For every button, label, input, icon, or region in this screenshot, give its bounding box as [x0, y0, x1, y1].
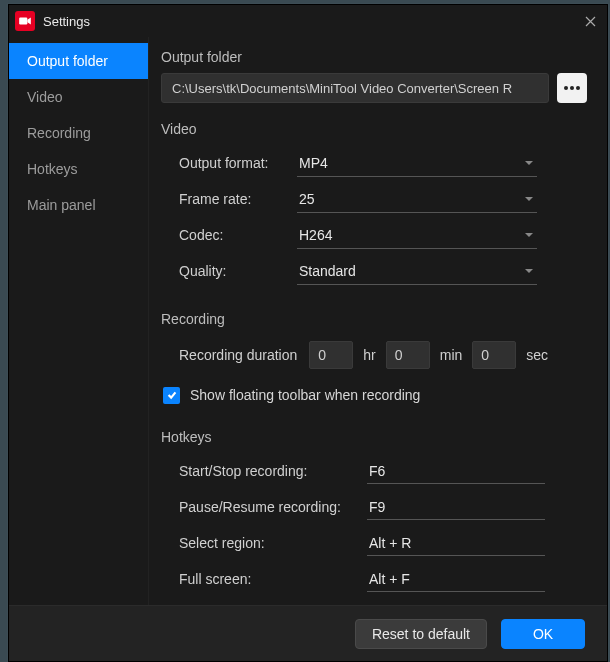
output-folder-row: [161, 73, 587, 103]
recording-duration-row: Recording duration hr min sec: [161, 335, 587, 375]
output-format-row: Output format: MP4: [161, 145, 587, 181]
content-pane: Output folder Video Output format: MP4 F…: [149, 37, 607, 605]
close-button[interactable]: [573, 5, 607, 37]
reset-button[interactable]: Reset to default: [355, 619, 487, 649]
sidebar-item-hotkeys[interactable]: Hotkeys: [9, 151, 148, 187]
hotkey-select-region-label: Select region:: [179, 535, 367, 551]
hotkey-full-screen-field[interactable]: Alt + F: [367, 566, 545, 592]
video-heading: Video: [161, 121, 587, 137]
duration-sec-input[interactable]: [472, 341, 516, 369]
hotkey-pause-resume-row: Pause/Resume recording: F9: [161, 489, 587, 525]
hotkey-pause-resume-field[interactable]: F9: [367, 494, 545, 520]
close-icon: [585, 16, 596, 27]
hotkey-start-stop-row: Start/Stop recording: F6: [161, 453, 587, 489]
duration-min-input[interactable]: [386, 341, 430, 369]
unit-hr: hr: [363, 347, 375, 363]
show-toolbar-row: Show floating toolbar when recording: [161, 379, 587, 411]
chevron-down-icon: [525, 197, 533, 201]
frame-rate-select[interactable]: 25: [297, 185, 537, 213]
ok-button[interactable]: OK: [501, 619, 585, 649]
hotkey-full-screen-row: Full screen: Alt + F: [161, 561, 587, 597]
body: Output folder Video Recording Hotkeys Ma…: [9, 37, 607, 605]
output-format-value: MP4: [299, 155, 328, 171]
chevron-down-icon: [525, 233, 533, 237]
window-title: Settings: [43, 14, 573, 29]
sidebar-item-video[interactable]: Video: [9, 79, 148, 115]
recording-heading: Recording: [161, 311, 587, 327]
codec-value: H264: [299, 227, 332, 243]
show-toolbar-label: Show floating toolbar when recording: [190, 387, 420, 403]
titlebar: Settings: [9, 5, 607, 37]
sidebar: Output folder Video Recording Hotkeys Ma…: [9, 37, 149, 605]
chevron-down-icon: [525, 269, 533, 273]
hotkeys-heading: Hotkeys: [161, 429, 587, 445]
output-format-select[interactable]: MP4: [297, 149, 537, 177]
check-icon: [166, 389, 178, 401]
svg-rect-0: [19, 18, 27, 25]
frame-rate-row: Frame rate: 25: [161, 181, 587, 217]
output-format-label: Output format:: [179, 155, 297, 171]
output-folder-heading: Output folder: [161, 49, 587, 65]
duration-hr-input[interactable]: [309, 341, 353, 369]
output-folder-input[interactable]: [161, 73, 549, 103]
show-toolbar-checkbox[interactable]: [163, 387, 180, 404]
hotkey-pause-resume-label: Pause/Resume recording:: [179, 499, 367, 515]
hotkey-select-region-row: Select region: Alt + R: [161, 525, 587, 561]
ellipsis-icon: [564, 86, 580, 90]
quality-label: Quality:: [179, 263, 297, 279]
sidebar-item-recording[interactable]: Recording: [9, 115, 148, 151]
browse-button[interactable]: [557, 73, 587, 103]
codec-select[interactable]: H264: [297, 221, 537, 249]
codec-row: Codec: H264: [161, 217, 587, 253]
footer: Reset to default OK: [9, 605, 607, 661]
frame-rate-value: 25: [299, 191, 315, 207]
hotkey-start-stop-field[interactable]: F6: [367, 458, 545, 484]
chevron-down-icon: [525, 161, 533, 165]
codec-label: Codec:: [179, 227, 297, 243]
hotkey-start-stop-label: Start/Stop recording:: [179, 463, 367, 479]
settings-window: Settings Output folder Video Recording H…: [8, 4, 608, 662]
recording-duration-label: Recording duration: [179, 347, 297, 363]
quality-select[interactable]: Standard: [297, 257, 537, 285]
hotkey-full-screen-label: Full screen:: [179, 571, 367, 587]
hotkey-select-region-field[interactable]: Alt + R: [367, 530, 545, 556]
quality-value: Standard: [299, 263, 356, 279]
quality-row: Quality: Standard: [161, 253, 587, 289]
sidebar-item-main-panel[interactable]: Main panel: [9, 187, 148, 223]
frame-rate-label: Frame rate:: [179, 191, 297, 207]
app-icon: [15, 11, 35, 31]
unit-min: min: [440, 347, 463, 363]
unit-sec: sec: [526, 347, 548, 363]
sidebar-item-output-folder[interactable]: Output folder: [9, 43, 148, 79]
